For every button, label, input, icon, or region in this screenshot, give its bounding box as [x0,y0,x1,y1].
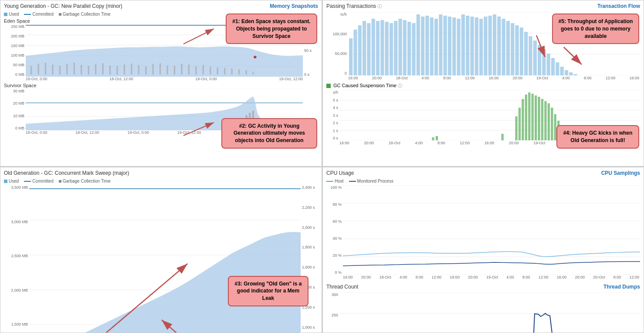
svg-rect-79 [452,17,456,75]
svg-rect-105 [569,72,573,75]
svg-rect-94 [520,27,523,75]
svg-rect-34 [224,68,225,75]
cpu-legend: Host Monitored Process [326,179,640,183]
svg-rect-103 [560,67,564,75]
svg-rect-121 [525,95,527,140]
svg-rect-131 [557,121,559,140]
svg-rect-130 [554,114,556,140]
svg-rect-119 [519,108,521,140]
old-generation-panel: Old Generation - GC: Concurrent Mark Swe… [0,166,322,333]
svg-rect-120 [522,99,524,140]
survivor-title: Survivor Space [4,83,318,88]
svg-rect-26 [166,65,168,75]
survivor-chart [26,89,303,130]
svg-rect-23 [145,66,146,75]
svg-rect-13 [74,63,75,75]
svg-rect-90 [502,19,505,75]
svg-rect-46 [249,113,251,128]
cpu-title: CPU Usage [326,170,354,176]
svg-rect-96 [529,36,532,75]
old-gen-legend: Used Committed Garbage Collection Time [4,179,318,183]
young-generation-panel: Young Generation - GC: New Parallel Copy… [0,0,322,166]
svg-rect-65 [390,23,393,75]
thread-dumps-label: Thread Dumps [603,284,640,290]
svg-rect-58 [358,25,362,75]
svg-rect-74 [430,17,434,75]
svg-rect-115 [432,137,434,140]
svg-rect-11 [59,66,61,75]
eden-title: Eden Space [4,18,318,24]
svg-rect-61 [372,19,375,75]
svg-point-39 [254,56,257,58]
eden-chart [26,24,303,77]
svg-rect-125 [538,97,540,140]
cpu-thread-panel: CPU Usage CPU Samplings Host Monitored P… [322,166,644,333]
svg-rect-8 [37,64,39,75]
svg-rect-33 [217,68,218,75]
svg-rect-21 [131,64,132,75]
svg-rect-124 [535,95,537,140]
gc-green-square [326,84,331,88]
svg-rect-81 [461,14,465,75]
svg-rect-36 [238,69,240,75]
svg-rect-98 [538,45,541,75]
young-gen-legend: Used Committed Garbage Collection Time [4,12,318,17]
svg-rect-32 [210,67,211,75]
svg-rect-71 [417,14,420,75]
svg-rect-132 [560,127,563,140]
svg-rect-64 [385,22,389,75]
svg-rect-82 [466,16,469,75]
svg-rect-29 [188,65,190,75]
gc-suspension-chart-area: s/h 5 s 4 s 3 s 2 s 1 s 0 s [326,90,640,140]
cpu-chart-area: 100 % 80 % 60 % 40 % 20 % 0 % [326,185,640,275]
transaction-title: Passing Transactions ⓘ [326,3,382,10]
svg-rect-73 [425,16,429,75]
svg-rect-86 [484,17,487,75]
transaction-bar-chart [348,12,640,75]
svg-rect-100 [547,54,550,75]
svg-rect-77 [444,16,447,75]
svg-rect-60 [367,23,370,75]
cpu-chart [343,185,640,275]
svg-rect-93 [515,25,519,75]
svg-rect-76 [439,14,442,75]
svg-rect-95 [524,32,528,75]
svg-rect-9 [45,63,46,75]
svg-rect-80 [457,19,460,75]
svg-rect-99 [542,49,546,75]
transaction-panel: Passing Transactions ⓘ Transaction Flow … [322,0,644,166]
svg-rect-75 [434,19,438,75]
svg-rect-106 [573,74,577,75]
svg-rect-67 [398,19,402,75]
svg-rect-28 [181,64,182,75]
svg-rect-63 [380,20,384,75]
svg-rect-24 [153,64,154,75]
old-gen-chart-area: 3,500 MB 3,000 MB 2,500 MB 2,000 MB 1,50… [4,185,318,333]
svg-rect-31 [203,65,204,75]
thread-count-title: Thread Count [326,284,358,290]
svg-rect-104 [565,70,568,75]
svg-rect-38 [253,71,254,75]
cpu-samplings-label: CPU Samplings [601,170,640,176]
svg-rect-14 [81,65,82,75]
svg-rect-117 [502,134,504,140]
svg-rect-68 [403,20,407,75]
svg-rect-47 [252,111,254,128]
svg-rect-83 [470,17,474,75]
svg-rect-133 [564,134,566,140]
svg-rect-87 [488,16,492,75]
svg-rect-69 [407,22,411,75]
svg-rect-101 [551,58,555,75]
svg-rect-7 [31,66,32,75]
svg-rect-66 [394,21,397,75]
svg-rect-123 [532,94,534,140]
svg-rect-102 [556,62,559,75]
svg-rect-70 [412,23,415,75]
svg-rect-17 [102,63,103,75]
old-gen-chart [29,185,301,333]
svg-line-107 [564,47,582,65]
svg-rect-122 [528,92,530,140]
svg-rect-30 [195,66,197,75]
svg-rect-20 [124,65,125,75]
transaction-flow-label: Transaction Flow [597,3,640,9]
